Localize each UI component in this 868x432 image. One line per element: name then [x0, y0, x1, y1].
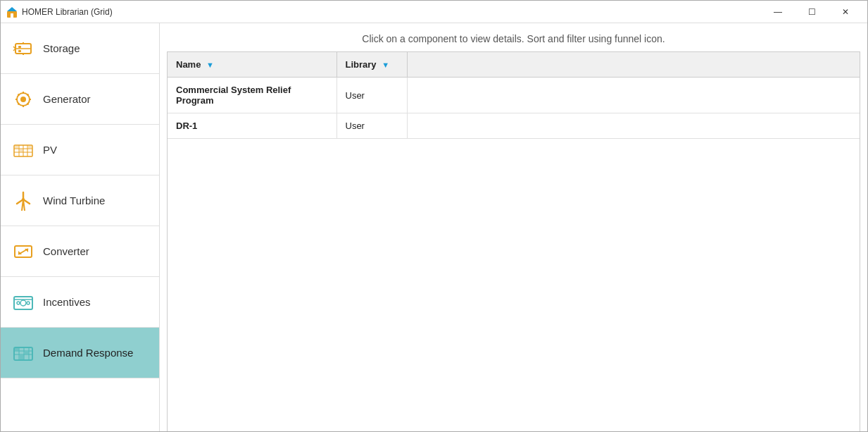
svg-line-18 [27, 103, 29, 104]
row-1-name: Commercial System Relief Program [168, 78, 336, 113]
svg-marker-1 [7, 7, 17, 11]
svg-line-17 [18, 94, 20, 95]
svg-rect-28 [20, 149, 23, 152]
app-icon [6, 6, 18, 18]
sidebar-item-storage[interactable]: Storage [1, 23, 159, 74]
svg-rect-27 [15, 146, 18, 149]
incentives-icon [12, 291, 34, 314]
storage-icon [12, 37, 34, 60]
sidebar: Storage Generator [1, 23, 160, 432]
table-row[interactable]: DR-1 User [168, 113, 860, 139]
table-row[interactable]: Commercial System Relief Program User [168, 78, 860, 113]
svg-line-20 [18, 103, 20, 104]
svg-rect-5 [18, 46, 21, 48]
sidebar-item-storage-label: Storage [43, 42, 80, 54]
svg-point-42 [17, 302, 20, 304]
content-area: Click on a component to view details. So… [160, 23, 867, 432]
sidebar-item-wind-turbine-label: Wind Turbine [43, 195, 105, 206]
title-bar: HOMER Librarian (Grid) — ☐ ✕ [1, 1, 867, 23]
generator-icon [12, 88, 34, 111]
info-bar: Click on a component to view details. So… [160, 23, 867, 51]
demand-response-icon [12, 342, 34, 364]
components-table: Name ▼ Library ▼ Commercial System Relie… [168, 52, 860, 139]
maximize-button[interactable]: ☐ [795, 1, 828, 23]
table-container: Name ▼ Library ▼ Commercial System Relie… [167, 51, 860, 432]
app-title: HOMER Librarian (Grid) [22, 7, 113, 17]
main-container: Storage Generator [1, 23, 867, 432]
sidebar-item-generator-label: Generator [43, 93, 91, 105]
svg-rect-53 [20, 355, 24, 360]
library-sort-icon[interactable]: ▼ [382, 61, 389, 69]
svg-point-35 [22, 198, 25, 201]
row-1-extra [407, 78, 860, 113]
close-button[interactable]: ✕ [829, 1, 862, 23]
sidebar-item-converter-label: Converter [43, 245, 89, 257]
sidebar-item-incentives[interactable]: Incentives [1, 277, 159, 328]
sidebar-item-wind-turbine[interactable]: Wind Turbine [1, 175, 159, 226]
pv-icon [12, 139, 34, 161]
table-header-row: Name ▼ Library ▼ [168, 52, 860, 78]
sidebar-item-demand-response[interactable]: Demand Response [1, 328, 159, 378]
sidebar-item-pv-label: PV [43, 144, 57, 156]
column-header-library[interactable]: Library ▼ [336, 52, 407, 78]
svg-rect-51 [15, 348, 19, 351]
minimize-button[interactable]: — [762, 1, 794, 23]
column-header-extra [407, 52, 860, 78]
row-1-library: User [336, 78, 407, 113]
sidebar-item-incentives-label: Incentives [43, 296, 91, 308]
svg-rect-52 [25, 352, 29, 354]
svg-rect-2 [11, 13, 13, 18]
row-2-library: User [336, 113, 407, 139]
converter-icon [12, 240, 34, 263]
column-name-label: Name [176, 59, 201, 70]
row-2-extra [407, 113, 860, 139]
title-bar-controls: — ☐ ✕ [762, 1, 862, 23]
column-header-name[interactable]: Name ▼ [168, 52, 336, 78]
svg-point-43 [27, 302, 30, 304]
column-library-label: Library [346, 59, 377, 70]
svg-point-41 [20, 300, 26, 306]
svg-point-12 [20, 97, 26, 102]
sidebar-item-pv[interactable]: PV [1, 125, 159, 175]
title-bar-left: HOMER Librarian (Grid) [6, 6, 113, 18]
svg-rect-29 [28, 146, 32, 149]
sidebar-item-generator[interactable]: Generator [1, 74, 159, 125]
svg-rect-6 [18, 50, 21, 52]
wind-turbine-icon [12, 190, 34, 212]
name-sort-icon[interactable]: ▼ [206, 61, 214, 69]
sidebar-item-converter[interactable]: Converter [1, 226, 159, 277]
svg-line-19 [27, 94, 29, 95]
row-2-name: DR-1 [168, 113, 336, 139]
sidebar-item-demand-response-label: Demand Response [43, 347, 133, 359]
